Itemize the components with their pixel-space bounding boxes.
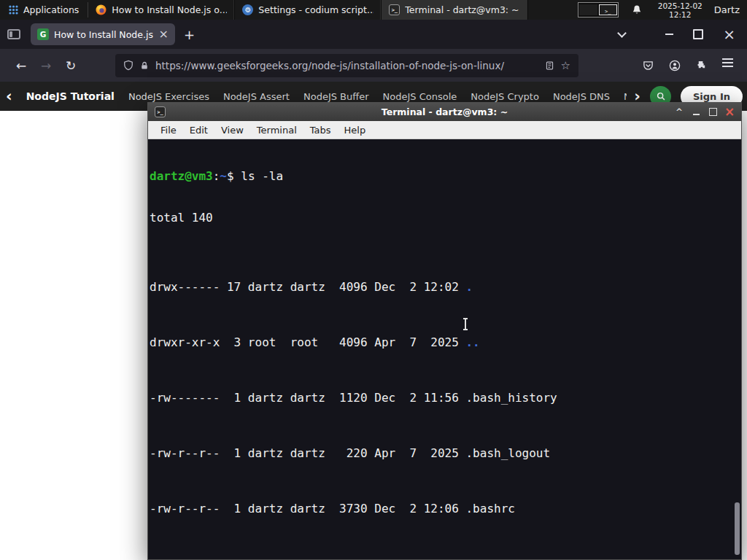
terminal-window-controls <box>674 107 735 117</box>
close-button[interactable] <box>723 27 735 42</box>
taskbar-window-title: Settings - codium script... <box>258 4 374 15</box>
terminal-output-line: drwxr-xr-x 3 root root 4096 Apr 7 2025 .… <box>150 335 741 349</box>
site-nav-active-item[interactable]: NodeJS Tutorial <box>26 90 115 102</box>
reader-mode-icon[interactable] <box>545 61 554 71</box>
notifications-button[interactable] <box>623 0 651 20</box>
pocket-icon[interactable] <box>643 60 654 71</box>
search-icon <box>656 91 666 101</box>
menu-view[interactable]: View <box>221 125 244 136</box>
tab-title: How to Install Node.js on <box>54 29 154 40</box>
scrollbar-thumb[interactable] <box>735 502 740 555</box>
nav-scroll-left-chevron-icon[interactable] <box>6 88 12 105</box>
taskbar-spacer <box>528 0 573 20</box>
workspace-pager[interactable] <box>578 2 619 18</box>
toolbar-icons <box>643 60 738 71</box>
workspace-cell[interactable] <box>579 4 597 15</box>
terminal-scrollbar[interactable] <box>733 139 741 559</box>
tab-close-icon[interactable] <box>159 28 169 40</box>
prompt-path: ~ <box>220 169 227 183</box>
site-nav-item[interactable]: NodeJS Assert <box>223 91 290 102</box>
shade-button[interactable] <box>674 107 684 117</box>
site-nav-item[interactable]: NodeJS DNS <box>553 91 610 102</box>
account-icon[interactable] <box>669 60 681 71</box>
terminal-close-button[interactable] <box>724 107 735 117</box>
forward-button[interactable] <box>34 58 58 73</box>
terminal-minimize-button[interactable] <box>691 107 701 117</box>
bookmark-star-icon[interactable] <box>561 58 570 72</box>
minimize-button[interactable] <box>665 34 673 35</box>
terminal-prompt-line: dartz@vm3:~$ ls -la <box>150 169 741 183</box>
taskbar-window-title: Terminal - dartz@vm3: ~ <box>405 4 520 15</box>
desktop: Applications How to Install Node.js o...… <box>0 0 747 560</box>
terminal-maximize-button[interactable] <box>708 107 718 117</box>
prompt-command: $ ls -la <box>227 169 283 183</box>
clock[interactable]: 2025-12-02 12:12 <box>651 0 710 20</box>
terminal-menubar: File Edit View Terminal Tabs Help <box>148 121 741 139</box>
taskbar-window-firefox[interactable]: How to Install Node.js o... <box>88 0 235 20</box>
menu-edit[interactable]: Edit <box>190 125 208 136</box>
browser-tab[interactable]: How to Install Node.js on <box>31 23 175 45</box>
menu-tabs[interactable]: Tabs <box>310 125 331 136</box>
navigation-toolbar: https://www.geeksforgeeks.org/node-js/in… <box>0 49 747 82</box>
window-controls <box>619 27 740 42</box>
terminal-output-line: drwx------ 17 dartz dartz 4096 Dec 2 12:… <box>150 280 741 294</box>
firefox-icon <box>96 4 107 15</box>
system-taskbar: Applications How to Install Node.js o...… <box>0 0 747 20</box>
applications-grid-icon <box>9 5 18 15</box>
list-tabs-chevron-icon[interactable] <box>617 28 627 38</box>
terminal-output-line: -rw------- 1 dartz dartz 1120 Dec 2 11:5… <box>150 391 741 405</box>
menu-file[interactable]: File <box>160 125 177 136</box>
settings-gear-icon <box>242 4 253 15</box>
applications-label: Applications <box>23 4 79 15</box>
back-button[interactable] <box>9 58 34 73</box>
tab-bar: How to Install Node.js on <box>0 20 747 49</box>
terminal-listing: drwx------ 17 dartz dartz 4096 Dec 2 12:… <box>150 252 741 559</box>
site-nav-item[interactable]: NodeJS Exercises <box>128 91 209 102</box>
terminal-window-icon <box>155 106 166 117</box>
menu-terminal[interactable]: Terminal <box>257 125 297 136</box>
site-nav-item[interactable]: NodeJS Crypto <box>471 91 539 102</box>
terminal-icon <box>389 4 400 15</box>
clock-date: 2025-12-02 <box>658 1 703 10</box>
firefox-view-icon[interactable] <box>7 29 20 39</box>
terminal-total-line: total 140 <box>150 211 741 225</box>
terminal-window: Terminal - dartz@vm3: ~ File Edit View T… <box>147 102 742 560</box>
tracking-shield-icon[interactable] <box>123 60 133 71</box>
maximize-button[interactable] <box>693 29 703 39</box>
taskbar-window-terminal[interactable]: Terminal - dartz@vm3: ~ <box>382 0 528 20</box>
site-nav-item[interactable]: NodeJS Buffer <box>303 91 369 102</box>
geeksforgeeks-favicon <box>37 28 49 40</box>
url-bar[interactable]: https://www.geeksforgeeks.org/node-js/in… <box>115 54 578 77</box>
terminal-title: Terminal - dartz@vm3: ~ <box>214 106 676 117</box>
mouse-ibeam-cursor <box>465 319 466 330</box>
url-text[interactable]: https://www.geeksforgeeks.org/node-js/in… <box>155 60 538 71</box>
pager-terminal-icon <box>605 4 611 15</box>
terminal-output-line: -rw-r--r-- 1 dartz dartz 3730 Dec 2 12:0… <box>150 502 741 516</box>
user-menu[interactable]: Dartz <box>710 0 747 20</box>
new-tab-button[interactable] <box>184 27 195 42</box>
prompt-colon: : <box>213 169 220 183</box>
bell-icon <box>632 4 642 15</box>
terminal-output-line: drwxr-xr-x 10 dartz dartz 4096 Dec 2 12:… <box>150 557 741 559</box>
taskbar-window-title: How to Install Node.js o... <box>112 4 227 15</box>
reload-button[interactable] <box>58 58 83 73</box>
applications-menu-button[interactable]: Applications <box>0 0 88 20</box>
site-nav-item[interactable]: NodeJS Console <box>383 91 457 102</box>
terminal-content[interactable]: dartz@vm3:~$ ls -la total 140 drwx------… <box>148 139 741 559</box>
terminal-titlebar[interactable]: Terminal - dartz@vm3: ~ <box>148 103 741 121</box>
terminal-output-line: -rw-r--r-- 1 dartz dartz 220 Apr 7 2025 … <box>150 446 741 460</box>
taskbar-window-settings[interactable]: Settings - codium script... <box>235 0 382 20</box>
extensions-puzzle-icon[interactable] <box>696 60 707 71</box>
prompt-user-host: dartz@vm3 <box>150 169 213 183</box>
lock-icon[interactable] <box>140 61 149 71</box>
workspace-cell-active[interactable] <box>599 4 617 15</box>
menu-help[interactable]: Help <box>344 125 366 136</box>
clock-time: 12:12 <box>669 10 691 19</box>
